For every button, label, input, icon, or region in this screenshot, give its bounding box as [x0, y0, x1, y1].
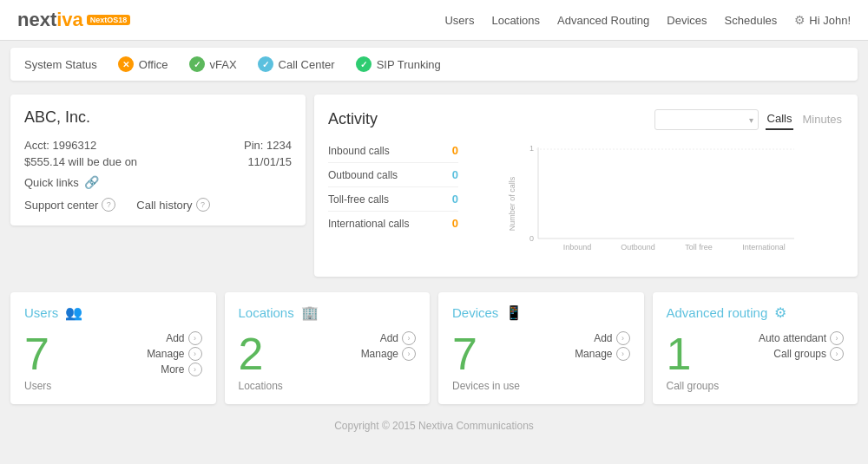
call-groups-label: Call groups	[773, 348, 826, 360]
nav-advanced-routing[interactable]: Advanced Routing	[557, 14, 649, 27]
routing-label: Call groups	[667, 380, 720, 392]
users-card-title: Users	[24, 305, 58, 320]
svg-text:Outbound: Outbound	[621, 243, 655, 252]
stat-outbound-value: 0	[452, 168, 458, 181]
status-office[interactable]: ✕ Office	[118, 56, 168, 72]
support-center-link[interactable]: Support center ?	[24, 198, 115, 212]
auto-attendant-icon: ›	[830, 331, 844, 345]
pin-label: Pin: 1234	[244, 139, 292, 152]
call-stats: Inbound calls 0 Outbound calls 0 Toll-fr…	[328, 139, 458, 263]
stat-tollfree: Toll-free calls 0	[328, 187, 458, 212]
devices-label: Devices in use	[452, 380, 520, 392]
locations-card-title: Locations	[239, 305, 294, 320]
call-history-link[interactable]: Call history ?	[136, 198, 209, 212]
quick-links[interactable]: Quick links 🔗	[24, 175, 292, 189]
support-circle-icon: ?	[102, 198, 115, 212]
users-more-link[interactable]: More ›	[161, 363, 201, 376]
gear-icon: ⚙	[794, 13, 806, 27]
nav-users[interactable]: Users	[444, 14, 474, 27]
users-add-icon: ›	[188, 331, 202, 345]
users-card-header: Users 👥	[24, 304, 202, 321]
users-manage-icon: ›	[188, 347, 202, 361]
users-label: Users	[24, 380, 51, 392]
main-content: ABC, Inc. Acct: 1996312 Pin: 1234 $555.1…	[0, 88, 868, 292]
stat-tollfree-value: 0	[452, 193, 458, 206]
main-nav: Users Locations Advanced Routing Devices…	[444, 13, 851, 27]
footer: Copyright © 2015 Nextiva Communications	[0, 411, 868, 441]
devices-add-link[interactable]: Add ›	[594, 331, 629, 345]
locations-actions: Add › Manage ›	[361, 331, 416, 361]
routing-count: 1	[667, 331, 720, 376]
support-row: Support center ? Call history ?	[24, 198, 292, 212]
office-status-icon: ✕	[118, 56, 134, 72]
locations-add-link[interactable]: Add ›	[380, 331, 416, 345]
svg-text:International: International	[742, 243, 786, 252]
logo-badge: NextOS18	[87, 15, 131, 25]
logo-next-text: next	[17, 9, 56, 31]
call-history-label: Call history	[136, 199, 192, 212]
tab-calls[interactable]: Calls	[766, 108, 794, 130]
devices-add-label: Add	[594, 332, 612, 344]
nav-schedules[interactable]: Schedules	[725, 14, 778, 27]
users-add-link[interactable]: Add ›	[166, 331, 201, 345]
stat-tollfree-label: Toll-free calls	[328, 193, 389, 206]
nav-locations[interactable]: Locations	[491, 14, 540, 27]
support-center-label: Support center	[24, 199, 98, 212]
users-icon: 👥	[65, 304, 82, 321]
tab-minutes[interactable]: Minutes	[800, 109, 844, 129]
bottom-cards-row: Users 👥 7 Users Add › Manage › More ›	[0, 292, 868, 411]
stat-international: International calls 0	[328, 212, 458, 235]
users-card: Users 👥 7 Users Add › Manage › More ›	[10, 292, 216, 404]
devices-card-header: Devices 📱	[452, 304, 630, 321]
advanced-routing-card-body: 1 Call groups Auto attendant › Call grou…	[667, 331, 845, 392]
devices-card-body: 7 Devices in use Add › Manage ›	[452, 331, 630, 392]
status-callcenter[interactable]: ✓ Call Center	[258, 56, 335, 72]
devices-manage-link[interactable]: Manage ›	[575, 347, 629, 361]
users-more-label: More	[161, 363, 184, 376]
locations-count: 2	[239, 331, 283, 376]
devices-add-icon: ›	[616, 331, 630, 345]
users-manage-link[interactable]: Manage ›	[147, 347, 201, 361]
locations-add-label: Add	[380, 332, 398, 344]
stat-international-value: 0	[452, 217, 458, 230]
stat-outbound-label: Outbound calls	[328, 169, 398, 181]
billing-label: $555.14 will be due on	[24, 155, 137, 168]
activity-dropdown-wrapper	[654, 109, 759, 130]
status-vfax[interactable]: ✓ vFAX	[189, 56, 237, 72]
activity-dropdown[interactable]	[654, 109, 759, 130]
billing-row: $555.14 will be due on 11/01/15	[24, 155, 292, 168]
devices-card: Devices 📱 7 Devices in use Add › Manage …	[438, 292, 644, 404]
nav-devices[interactable]: Devices	[667, 14, 707, 27]
advanced-routing-card-title: Advanced routing	[667, 305, 768, 320]
account-acct-row: Acct: 1996312 Pin: 1234	[24, 139, 292, 152]
status-bar: System Status ✕ Office ✓ vFAX ✓ Call Cen…	[10, 48, 858, 81]
locations-card-header: Locations 🏢	[239, 304, 417, 321]
svg-text:Inbound: Inbound	[563, 243, 592, 252]
status-sip[interactable]: ✓ SIP Trunking	[356, 56, 441, 72]
stat-inbound-value: 0	[452, 144, 458, 157]
chart-svg: Number of calls 1 0 Inbound Outbound	[467, 139, 844, 260]
svg-text:0: 0	[529, 234, 534, 243]
locations-label: Locations	[239, 380, 283, 392]
locations-card-body: 2 Locations Add › Manage ›	[239, 331, 417, 392]
stat-inbound-label: Inbound calls	[328, 145, 390, 157]
acct-label: Acct: 1996312	[24, 139, 96, 152]
svg-text:1: 1	[529, 144, 534, 153]
call-groups-link[interactable]: Call groups ›	[773, 347, 844, 361]
users-add-label: Add	[166, 332, 184, 344]
stat-inbound: Inbound calls 0	[328, 139, 458, 163]
advanced-routing-card: Advanced routing ⚙ 1 Call groups Auto at…	[653, 292, 858, 404]
devices-card-title: Devices	[452, 305, 498, 320]
stat-outbound: Outbound calls 0	[328, 163, 458, 187]
auto-attendant-link[interactable]: Auto attendant ›	[759, 331, 844, 345]
callcenter-status-icon: ✓	[258, 56, 273, 72]
advanced-routing-card-header: Advanced routing ⚙	[667, 304, 845, 321]
locations-manage-link[interactable]: Manage ›	[361, 347, 416, 361]
system-status-label: System Status	[24, 58, 97, 71]
stat-international-label: International calls	[328, 218, 409, 230]
activity-body: Inbound calls 0 Outbound calls 0 Toll-fr…	[328, 139, 844, 263]
nav-user-greeting: ⚙ Hi John!	[794, 13, 851, 27]
right-panel: Activity Calls Minutes Inbound calls 0	[314, 95, 858, 285]
footer-text: Copyright © 2015 Nextiva Communications	[334, 420, 534, 432]
devices-actions: Add › Manage ›	[575, 331, 629, 361]
